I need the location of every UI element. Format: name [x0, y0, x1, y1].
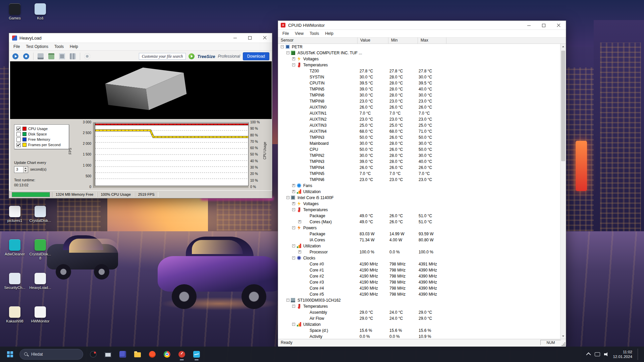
- expand-toggle[interactable]: -: [286, 299, 289, 302]
- sensor-row[interactable]: TMPIN57.0 °C7.0 °C7.0 °C: [278, 171, 560, 177]
- desktop-icon-adwcleaner[interactable]: AdwCleaner: [3, 239, 27, 256]
- column-header-value[interactable]: Value: [358, 38, 388, 44]
- minimize-button[interactable]: [522, 21, 536, 29]
- category-row[interactable]: -Clocks: [278, 255, 560, 261]
- sensor-row[interactable]: Package49.0 °C26.0 °C51.0 °C: [278, 213, 560, 219]
- heavyload-menu-file[interactable]: File: [10, 44, 23, 50]
- expand-toggle[interactable]: -: [286, 196, 289, 199]
- settings-button[interactable]: [83, 52, 92, 61]
- hwmonitor-menu-help[interactable]: Help: [322, 31, 336, 37]
- sensor-row[interactable]: TMPIN426.0 °C26.0 °C26.0 °C: [278, 165, 560, 171]
- sensor-row[interactable]: TMPIN823.0 °C23.0 °C23.0 °C: [278, 98, 560, 104]
- volume-icon[interactable]: [604, 352, 609, 356]
- sensor-row[interactable]: TMPIN339.0 °C28.0 °C40.0 °C: [278, 159, 560, 165]
- expand-toggle[interactable]: +: [298, 220, 301, 223]
- vertical-scrollbar[interactable]: [560, 44, 566, 339]
- sensor-row[interactable]: AUXTIN468.0 °C68.0 °C71.0 °C: [278, 128, 560, 134]
- category-row[interactable]: -Temperatures: [278, 62, 560, 68]
- sensor-row[interactable]: AUXTIN026.0 °C26.0 °C26.0 °C: [278, 104, 560, 110]
- desktop-icon-securitycheck[interactable]: SecurityCh...: [3, 273, 27, 290]
- disk-test-button[interactable]: [36, 52, 45, 61]
- sensor-row[interactable]: AUXTIN17.0 °C7.0 °C7.0 °C: [278, 110, 560, 116]
- chrome-button[interactable]: [160, 348, 174, 361]
- close-button[interactable]: [257, 33, 272, 43]
- sensor-row[interactable]: AUXTIN325.0 °C25.0 °C25.0 °C: [278, 122, 560, 128]
- device-row[interactable]: -Intel Core i5 11400F: [278, 195, 560, 201]
- heavyload-menu-tools[interactable]: Tools: [51, 44, 67, 50]
- desktop-icon-games[interactable]: Games: [3, 3, 27, 20]
- sensor-row[interactable]: TMPIN230.0 °C28.0 °C30.0 °C: [278, 153, 560, 159]
- desktop-icon-crystaldiskmark[interactable]: CrystalDisk...: [28, 206, 52, 223]
- spinner-arrows[interactable]: [23, 167, 28, 173]
- tray-chevron-icon[interactable]: [586, 352, 591, 357]
- sensor-row[interactable]: Mainboard30.0 °C28.0 °C30.0 °C: [278, 140, 560, 146]
- expand-toggle[interactable]: -: [286, 51, 289, 54]
- category-row[interactable]: -Utilization: [278, 321, 560, 327]
- category-row[interactable]: +Fans: [278, 183, 560, 189]
- desktop-icon-crystaldiskinfo8[interactable]: CrystalDisk... 8: [28, 239, 52, 260]
- hwmonitor-taskbar-button[interactable]: [190, 348, 203, 361]
- sensor-row[interactable]: Assembly29.0 °C24.0 °C29.0 °C: [278, 309, 560, 315]
- device-row[interactable]: -ASUSTeK COMPUTER INC. TUF ...: [278, 50, 560, 56]
- hwmonitor-menu-file[interactable]: File: [279, 31, 292, 37]
- start-test-button[interactable]: [11, 52, 20, 61]
- desktop-icon-pictures1[interactable]: pictures1: [3, 206, 27, 223]
- b-browser-button[interactable]: [87, 348, 100, 361]
- sensor-row[interactable]: Core #44190 MHz798 MHz4390 MHz: [278, 285, 560, 291]
- sensor-row[interactable]: +Cores (Max)49.0 °C26.0 °C51.0 °C: [278, 219, 560, 225]
- category-row[interactable]: -Temperatures: [278, 303, 560, 309]
- hwmonitor-menu-view[interactable]: View: [292, 31, 307, 37]
- category-row[interactable]: +Voltages: [278, 201, 560, 207]
- maximize-button[interactable]: [243, 33, 257, 43]
- minimize-button[interactable]: [228, 33, 243, 43]
- scroll-up-arrow[interactable]: [560, 44, 566, 49]
- heavyload-titlebar[interactable]: HeavyLoad: [9, 33, 272, 43]
- sensor-row[interactable]: Core #54190 MHz798 MHz4390 MHz: [278, 291, 560, 297]
- sensor-row[interactable]: Space (d:)15.6 %15.6 %15.6 %: [278, 327, 560, 334]
- close-button[interactable]: [551, 21, 566, 29]
- sensor-row[interactable]: Air Flow29.0 °C24.0 °C29.0 °C: [278, 315, 560, 321]
- expand-toggle[interactable]: -: [292, 63, 295, 66]
- scroll-down-arrow[interactable]: [560, 334, 566, 339]
- unchecked-checkbox[interactable]: [16, 137, 21, 142]
- sensor-row[interactable]: TZ0027.8 °C27.8 °C27.8 °C: [278, 68, 560, 74]
- checked-checkbox[interactable]: [16, 143, 21, 147]
- desktop-icon-hwmonitor[interactable]: HWMonitor: [28, 306, 52, 323]
- heavyload-menu-help[interactable]: Help: [67, 44, 81, 50]
- heavyload-menu-test-options[interactable]: Test Options: [23, 44, 51, 50]
- expand-toggle[interactable]: -: [292, 256, 295, 259]
- expand-toggle[interactable]: -: [292, 244, 295, 247]
- device-row[interactable]: -ST1000DM003-1CH162: [278, 297, 560, 303]
- expand-toggle[interactable]: +: [292, 184, 295, 187]
- desktop-icon-recycle-bin[interactable]: Koš: [28, 3, 52, 20]
- expand-toggle[interactable]: +: [292, 57, 295, 60]
- sensor-row[interactable]: Core #24190 MHz798 MHz4390 MHz: [278, 273, 560, 279]
- expand-toggle[interactable]: +: [298, 250, 301, 253]
- cast-icon[interactable]: [595, 352, 600, 356]
- legend-row[interactable]: Frames per Second: [16, 142, 67, 147]
- file-explorer-button[interactable]: [131, 348, 144, 361]
- sensor-row[interactable]: CPUTIN39.5 °C28.0 °C39.5 °C: [278, 80, 560, 86]
- clock[interactable]: 11:02 12.01.2024: [613, 350, 632, 359]
- column-header-max[interactable]: Max: [418, 38, 446, 44]
- sensor-row[interactable]: Core #34190 MHz798 MHz4390 MHz: [278, 279, 560, 285]
- download-button[interactable]: Download: [243, 52, 269, 60]
- expand-toggle[interactable]: -: [292, 226, 295, 229]
- sensor-row[interactable]: TMPIN623.0 °C23.0 °C23.0 °C: [278, 177, 560, 183]
- desktop-icon-kakashi98[interactable]: Kakashi98: [3, 306, 27, 323]
- expand-toggle[interactable]: +: [292, 190, 295, 193]
- category-row[interactable]: +Utilization: [278, 189, 560, 195]
- sensor-row[interactable]: Core #04190 MHz798 MHz4391 MHz: [278, 261, 560, 267]
- gpu-test-button[interactable]: [68, 52, 77, 61]
- category-row[interactable]: -Utilization: [278, 243, 560, 249]
- sensor-row[interactable]: +Processor100.0 %0.0 %100.0 %: [278, 249, 560, 255]
- sensor-row[interactable]: Package83.03 W14.99 W93.59 W: [278, 231, 560, 237]
- category-row[interactable]: -Temperatures: [278, 207, 560, 213]
- cpu-test-button[interactable]: [58, 52, 66, 61]
- scroll-thumb[interactable]: [561, 51, 565, 161]
- legend-row[interactable]: Disk Space: [16, 131, 67, 137]
- show-desktop-strip[interactable]: [638, 349, 639, 360]
- maximize-button[interactable]: [536, 21, 551, 29]
- expand-toggle[interactable]: -: [281, 45, 284, 48]
- stop-test-button[interactable]: [22, 52, 31, 61]
